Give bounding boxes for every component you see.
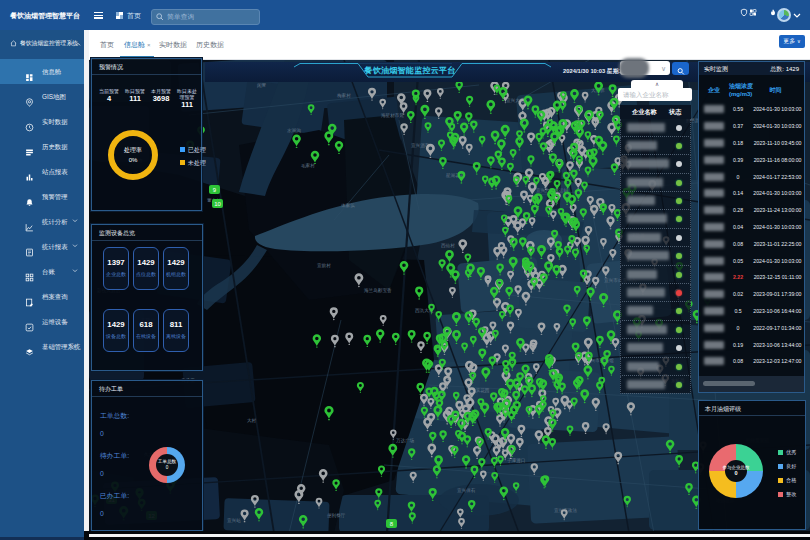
svg-text:便利餐厅: 便利餐厅 bbox=[327, 512, 346, 519]
svg-text:体家浜: 体家浜 bbox=[341, 203, 355, 208]
svg-text:子潭渡口: 子潭渡口 bbox=[507, 457, 525, 464]
svg-text:10: 10 bbox=[214, 201, 221, 207]
svg-text:海星材市延: 海星材市延 bbox=[381, 112, 404, 119]
svg-text:宜兴站: 宜兴站 bbox=[227, 518, 241, 523]
svg-text:海兰岛郡宝香: 海兰岛郡宝香 bbox=[364, 287, 392, 294]
